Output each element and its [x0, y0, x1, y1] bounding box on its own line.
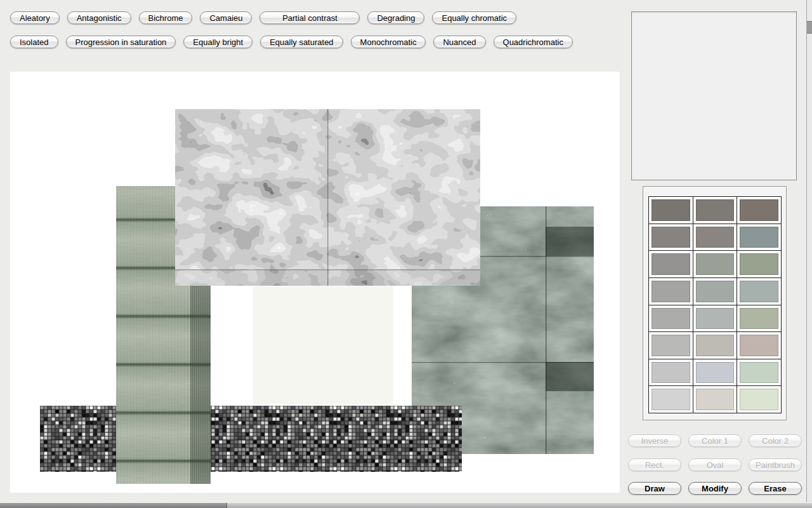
texture-mosaic-tiles[interactable] — [40, 406, 462, 472]
color2-button[interactable]: Color 2 — [749, 434, 802, 447]
swatch-color — [696, 389, 735, 410]
swatch-color — [696, 362, 735, 384]
palette-type-equally-chromatic-button[interactable]: Equally chromatic — [432, 11, 516, 24]
color-preview-box — [631, 11, 797, 180]
swatch-cell-r6-c3[interactable] — [737, 332, 781, 359]
draw-button[interactable]: Draw — [628, 482, 681, 495]
palette-type-nuanced-button[interactable]: Nuanced — [433, 36, 485, 48]
side-button-row-shape: Rect. Oval Paintbrush — [628, 458, 802, 471]
swatch-cell-r3-c3[interactable] — [737, 251, 781, 277]
erase-button[interactable]: Erase — [749, 482, 802, 495]
swatch-color — [696, 253, 735, 275]
palette-type-partial-contrast-button[interactable]: Partial contrast — [259, 11, 360, 24]
paintbrush-tool-button[interactable]: Paintbrush — [749, 458, 802, 471]
inverse-button[interactable]: Inverse — [628, 434, 681, 447]
swatch-cell-r5-c1[interactable] — [649, 305, 693, 332]
swatch-color — [696, 335, 735, 356]
swatch-color — [652, 199, 690, 221]
palette-type-aleatory-button[interactable]: Aleatory — [10, 11, 60, 24]
window-right-edge — [806, 0, 812, 508]
drawing-canvas[interactable] — [10, 72, 620, 493]
swatch-cell-r6-c1[interactable] — [649, 332, 693, 359]
palette-type-isolated-button[interactable]: Isolated — [10, 36, 58, 48]
texture-conglomerate-marble[interactable] — [175, 109, 480, 286]
swatch-color — [740, 308, 778, 330]
swatch-color — [652, 253, 690, 275]
texture-plain-white-square[interactable] — [253, 286, 393, 404]
toolbar-row-1: Aleatory Antagonistic Bichrome Camaieu P… — [10, 11, 516, 24]
rect-tool-button[interactable]: Rect. — [628, 458, 681, 471]
swatch-color — [740, 362, 778, 384]
swatch-cell-r1-c2[interactable] — [693, 197, 737, 224]
swatch-cell-r2-c3[interactable] — [737, 224, 781, 251]
palette-type-progression-in-saturation-button[interactable]: Progression in saturation — [66, 36, 176, 48]
swatch-cell-r8-c2[interactable] — [693, 386, 737, 413]
palette-type-quadrichromatic-button[interactable]: Quadrichromatic — [494, 36, 573, 48]
swatch-cell-r2-c1[interactable] — [649, 224, 693, 251]
swatch-color — [740, 227, 778, 248]
side-button-row-mode: Draw Modify Erase — [628, 482, 802, 495]
palette-type-camaieu-button[interactable]: Camaieu — [200, 11, 252, 24]
window-bottom-bar — [0, 502, 812, 508]
swatch-cell-r4-c3[interactable] — [737, 278, 781, 305]
toolbar-row-2: Isolated Progression in saturation Equal… — [10, 36, 573, 48]
palette-type-monochromatic-button[interactable]: Monochromatic — [351, 36, 426, 48]
swatch-color — [740, 389, 778, 410]
palette-type-equally-saturated-button[interactable]: Equally saturated — [260, 36, 343, 48]
swatch-cell-r1-c1[interactable] — [649, 197, 693, 224]
swatch-color — [652, 227, 690, 248]
oval-tool-button[interactable]: Oval — [688, 458, 742, 471]
palette-type-antagonistic-button[interactable]: Antagonistic — [67, 11, 131, 24]
side-button-row-color: Inverse Color 1 Color 2 — [628, 434, 802, 447]
swatch-cell-r2-c2[interactable] — [693, 224, 737, 251]
swatch-cell-r7-c1[interactable] — [649, 359, 693, 386]
swatch-color — [696, 227, 735, 248]
swatch-color — [652, 308, 690, 330]
swatch-color — [652, 362, 690, 384]
swatch-cell-r5-c2[interactable] — [693, 305, 737, 332]
swatch-cell-r1-c3[interactable] — [737, 197, 781, 224]
swatch-color — [696, 281, 735, 302]
swatch-cell-r4-c1[interactable] — [649, 278, 693, 305]
palette-panel — [643, 186, 787, 420]
swatch-color — [740, 253, 778, 275]
swatch-cell-r7-c3[interactable] — [737, 359, 781, 386]
swatch-cell-r3-c2[interactable] — [693, 251, 737, 277]
palette-type-equally-bright-button[interactable]: Equally bright — [183, 36, 252, 48]
swatch-color — [740, 199, 778, 221]
swatch-color — [696, 199, 735, 221]
palette-type-degrading-button[interactable]: Degrading — [367, 11, 424, 24]
swatch-cell-r7-c2[interactable] — [693, 359, 737, 386]
swatch-cell-r8-c3[interactable] — [737, 386, 781, 413]
swatch-color — [652, 389, 690, 410]
swatch-color — [652, 335, 690, 356]
swatch-color — [696, 308, 735, 330]
swatch-color — [652, 281, 690, 302]
swatch-grid — [648, 196, 782, 413]
modify-button[interactable]: Modify — [688, 482, 742, 495]
palette-type-bichrome-button[interactable]: Bichrome — [139, 11, 193, 24]
scrollbar-notch — [807, 21, 812, 34]
swatch-cell-r6-c2[interactable] — [693, 332, 737, 359]
window-bottom-bar-left — [0, 503, 227, 508]
swatch-color — [740, 281, 778, 302]
swatch-cell-r8-c1[interactable] — [649, 386, 693, 413]
swatch-color — [740, 335, 778, 356]
swatch-cell-r4-c2[interactable] — [693, 278, 737, 305]
swatch-cell-r3-c1[interactable] — [649, 251, 693, 277]
color1-button[interactable]: Color 1 — [688, 434, 742, 447]
swatch-cell-r5-c3[interactable] — [737, 305, 781, 332]
